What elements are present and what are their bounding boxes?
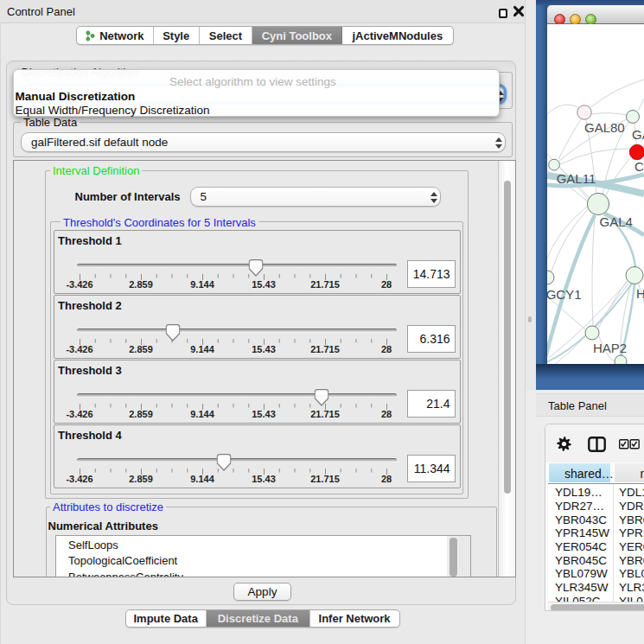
- svg-text:GAL11: GAL11: [557, 171, 596, 186]
- svg-text:GCY1: GCY1: [547, 287, 582, 302]
- svg-text:H: H: [636, 286, 644, 301]
- svg-text:GA: GA: [632, 127, 644, 142]
- svg-text:GAL80: GAL80: [584, 120, 625, 135]
- svg-text:C: C: [634, 159, 644, 174]
- svg-text:GAL4: GAL4: [600, 214, 633, 229]
- svg-text:HAP2: HAP2: [593, 341, 627, 355]
